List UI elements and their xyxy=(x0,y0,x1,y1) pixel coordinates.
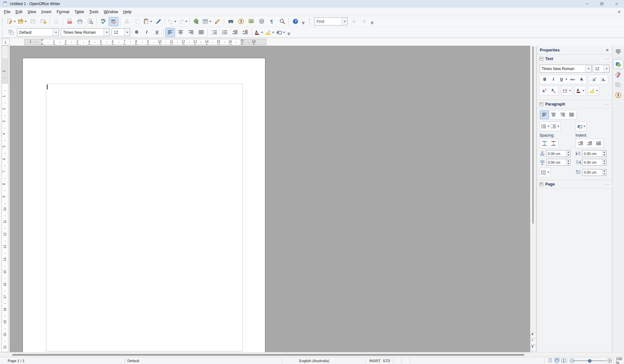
tab-navigator[interactable] xyxy=(613,90,623,100)
dropdown-arrow-icon[interactable] xyxy=(272,32,274,33)
paste-button[interactable] xyxy=(142,17,153,26)
spin-down-button[interactable] xyxy=(566,154,570,157)
dropdown-arrow-icon[interactable] xyxy=(547,126,549,127)
page-more-options-button[interactable]: ··· xyxy=(604,182,610,187)
above-paragraph-spacing-field[interactable]: 0.00 cm xyxy=(546,150,571,157)
dropdown-arrow-icon[interactable] xyxy=(150,21,152,22)
navigation-button[interactable] xyxy=(530,339,536,345)
new-document-button[interactable] xyxy=(6,17,16,26)
dropdown-arrow-icon[interactable] xyxy=(14,21,16,22)
spellcheck-button[interactable]: ABC xyxy=(98,17,108,26)
font-color-button[interactable]: A xyxy=(253,28,264,37)
font-size-dropdown-arrow[interactable] xyxy=(603,65,609,72)
vertical-ruler[interactable]: 1123456789101112131415161718192021 xyxy=(0,46,10,352)
dropdown-arrow-icon[interactable] xyxy=(583,126,585,127)
page-preview-button[interactable] xyxy=(85,17,95,26)
next-page-button[interactable] xyxy=(530,345,536,351)
font-name-dropdown-arrow[interactable] xyxy=(585,65,591,72)
dropdown-arrow-icon[interactable] xyxy=(596,90,598,91)
first-line-indent-field[interactable]: 0.00 cm xyxy=(582,169,607,176)
paragraph-section-header[interactable]: Paragraph ··· xyxy=(537,100,612,108)
toolbar-grip[interactable] xyxy=(2,29,4,36)
copy-button[interactable] xyxy=(132,17,142,26)
dropdown-arrow-icon[interactable] xyxy=(557,126,559,127)
sidebar-settings[interactable] xyxy=(613,47,623,56)
styles-and-formatting-button[interactable] xyxy=(6,28,16,37)
right-indent-marker[interactable] xyxy=(240,39,243,41)
increase-indent-button[interactable] xyxy=(240,28,250,37)
page-style-status[interactable]: Default xyxy=(127,357,139,364)
spin-up-button[interactable] xyxy=(566,150,570,154)
menu-help[interactable]: Help xyxy=(121,8,134,15)
spin-up-button[interactable] xyxy=(566,159,570,162)
text-boundary[interactable] xyxy=(46,84,243,351)
page-book-view-icon[interactable] xyxy=(561,358,566,363)
dropdown-arrow-icon[interactable] xyxy=(25,21,27,22)
page-single-view-icon[interactable] xyxy=(547,358,553,363)
align-justify-button[interactable] xyxy=(567,111,576,119)
decrease-spacing-button[interactable] xyxy=(549,139,558,148)
horizontal-scrollbar-thumb[interactable] xyxy=(12,354,524,356)
below-paragraph-spacing-field[interactable]: 0.00 cm xyxy=(546,159,571,166)
find-dropdown-arrow[interactable] xyxy=(342,18,347,25)
sidebar-font-size-combo[interactable]: 12 xyxy=(593,65,610,73)
tab-gallery[interactable] xyxy=(613,80,623,89)
right-indent-marker[interactable] xyxy=(240,42,243,45)
highlighting-button[interactable] xyxy=(264,28,275,37)
tab-styles[interactable] xyxy=(613,70,623,79)
horizontal-ruler[interactable]: 1123456789101112131415161718 xyxy=(24,39,266,45)
first-line-indent-marker[interactable] xyxy=(41,39,44,41)
minimize-button[interactable] xyxy=(580,0,594,8)
align-justify-button[interactable] xyxy=(196,28,206,37)
increase-font-size-button[interactable]: A xyxy=(590,75,599,84)
font-shadow-button[interactable]: AA xyxy=(577,75,586,84)
font-color-button[interactable]: A xyxy=(575,86,585,95)
subscript-button[interactable]: AA xyxy=(549,86,558,95)
spin-up-button[interactable] xyxy=(602,169,606,173)
find-previous-button[interactable] xyxy=(359,17,369,26)
print-button[interactable] xyxy=(75,17,85,26)
zoom-slider-thumb[interactable] xyxy=(588,359,592,363)
highlighting-button[interactable] xyxy=(589,86,599,95)
restore-button[interactable] xyxy=(594,0,609,8)
numbered-list-button[interactable]: 12 xyxy=(550,122,560,131)
toolbar-overflow-button[interactable] xyxy=(287,28,291,37)
collapse-icon[interactable] xyxy=(539,57,543,61)
font-name-combo[interactable]: Times New Roman xyxy=(61,28,110,36)
insert-mode-status[interactable]: INSRT xyxy=(369,357,380,364)
find-toolbar-grip[interactable] xyxy=(309,18,312,25)
dropdown-arrow-icon[interactable] xyxy=(209,21,211,22)
zoom-in-button[interactable] xyxy=(607,358,612,363)
align-center-button[interactable] xyxy=(176,28,185,37)
menu-file[interactable]: File xyxy=(1,8,13,15)
background-color-button[interactable] xyxy=(275,28,286,37)
edit-file-button[interactable] xyxy=(51,17,61,26)
align-right-button[interactable] xyxy=(558,111,567,119)
document-page[interactable] xyxy=(23,58,265,352)
increase-spacing-button[interactable] xyxy=(540,139,549,148)
bold-button[interactable]: B xyxy=(132,28,141,37)
bullet-list-button[interactable] xyxy=(540,122,550,131)
find-combo[interactable]: Find xyxy=(314,17,348,25)
menu-tools[interactable]: Tools xyxy=(87,8,101,15)
menu-edit[interactable]: Edit xyxy=(13,8,25,15)
format-paintbrush-button[interactable] xyxy=(153,17,163,26)
spin-down-button[interactable] xyxy=(566,162,570,166)
after-text-indent-field[interactable]: 0.00 cm xyxy=(582,159,607,166)
apply-style-dropdown-arrow[interactable] xyxy=(53,29,59,36)
spin-down-button[interactable] xyxy=(602,154,606,157)
font-name-dropdown-arrow[interactable] xyxy=(104,29,109,36)
close-button[interactable] xyxy=(609,0,624,8)
zoom-button[interactable] xyxy=(277,17,287,26)
align-right-button[interactable] xyxy=(186,28,196,37)
data-sources-button[interactable] xyxy=(257,17,266,26)
decrease-indent-button[interactable] xyxy=(230,28,240,37)
dropdown-arrow-icon[interactable] xyxy=(283,32,285,33)
open-button[interactable] xyxy=(17,17,27,26)
strikethrough-button[interactable]: ABC xyxy=(568,75,577,84)
before-text-indent-field[interactable]: 0.00 cm xyxy=(582,150,607,157)
navigator-button[interactable] xyxy=(236,17,246,26)
dropdown-arrow-icon[interactable] xyxy=(565,79,567,80)
previous-page-button[interactable] xyxy=(530,332,536,338)
spin-up-button[interactable] xyxy=(602,150,606,154)
